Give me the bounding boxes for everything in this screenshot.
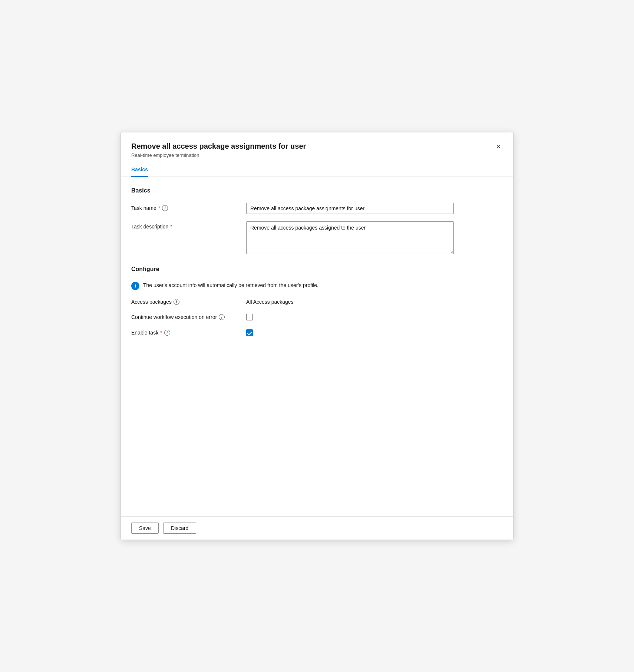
task-name-info-icon: i: [162, 205, 168, 211]
configure-section: Configure i The user's account info will…: [131, 266, 503, 336]
access-packages-value: All Access packages: [246, 299, 294, 305]
tabs-bar: Basics: [121, 162, 513, 177]
enable-task-info-icon: i: [164, 330, 170, 336]
dialog-header: Remove all access package assignments fo…: [121, 132, 513, 162]
close-button[interactable]: ✕: [494, 142, 503, 152]
enable-task-checkbox[interactable]: [246, 329, 253, 336]
task-description-row: Task description * Remove all access pac…: [131, 221, 503, 256]
enable-task-label: Enable task * i: [131, 330, 246, 336]
task-description-control: Remove all access packages assigned to t…: [246, 221, 503, 256]
basics-section-title: Basics: [131, 187, 503, 194]
dialog-footer: Save Discard: [121, 516, 513, 540]
info-banner-text: The user's account info will automatical…: [143, 281, 318, 288]
continue-workflow-label: Continue workflow execution on error i: [131, 314, 246, 320]
info-circle-icon: i: [131, 282, 139, 290]
close-icon: ✕: [496, 144, 501, 150]
task-description-label: Task description *: [131, 221, 246, 230]
discard-button[interactable]: Discard: [163, 523, 196, 534]
tab-basics[interactable]: Basics: [131, 163, 148, 177]
enable-task-row: Enable task * i: [131, 329, 503, 336]
continue-workflow-checkbox-container: [246, 314, 253, 320]
dialog: Remove all access package assignments fo…: [120, 132, 514, 540]
configure-section-title: Configure: [131, 266, 503, 273]
task-description-input[interactable]: Remove all access packages assigned to t…: [246, 221, 454, 254]
info-banner: i The user's account info will automatic…: [131, 281, 503, 290]
task-name-label: Task name * i: [131, 203, 246, 211]
access-packages-label: Access packages i: [131, 299, 246, 305]
continue-workflow-row: Continue workflow execution on error i: [131, 314, 503, 320]
access-packages-row: Access packages i All Access packages: [131, 299, 503, 305]
continue-workflow-checkbox[interactable]: [246, 314, 253, 320]
task-name-input[interactable]: [246, 203, 454, 214]
save-button[interactable]: Save: [131, 523, 159, 534]
task-name-row: Task name * i: [131, 203, 503, 214]
task-description-required: *: [170, 224, 172, 230]
dialog-subtitle: Real-time employee termination: [131, 152, 306, 158]
task-name-required: *: [158, 205, 160, 211]
dialog-body: Basics Task name * i Task description * …: [121, 177, 513, 516]
dialog-title: Remove all access package assignments fo…: [131, 141, 306, 151]
continue-workflow-info-icon: i: [219, 314, 225, 320]
enable-task-checkbox-container: [246, 329, 253, 336]
enable-task-required: *: [160, 330, 162, 336]
task-name-control: [246, 203, 503, 214]
access-packages-info-icon: i: [174, 299, 179, 305]
dialog-title-group: Remove all access package assignments fo…: [131, 141, 306, 158]
